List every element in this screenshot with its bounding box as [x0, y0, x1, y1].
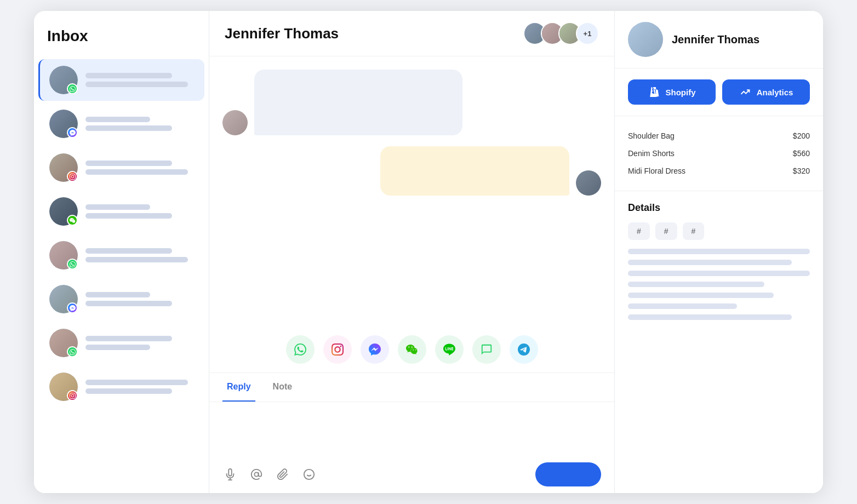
text-line — [85, 388, 172, 394]
text-line — [85, 248, 172, 254]
detail-tag-1[interactable]: # — [628, 222, 650, 240]
analytics-icon — [739, 86, 751, 98]
detail-section: Details # # # — [615, 191, 823, 331]
sender-avatar — [222, 110, 248, 135]
inbox-text-5 — [85, 248, 193, 262]
note-tab[interactable]: Note — [268, 373, 297, 402]
badge-messenger-2 — [67, 127, 78, 138]
app-container: Inbox — [34, 11, 823, 493]
text-line — [85, 82, 188, 87]
reply-tab[interactable]: Reply — [222, 373, 255, 402]
message-bubble-sent — [380, 146, 570, 196]
wechat-channel-btn[interactable] — [398, 335, 426, 364]
text-line — [85, 292, 150, 297]
instagram-channel-btn[interactable] — [323, 335, 352, 364]
svg-point-2 — [254, 472, 258, 476]
text-line — [85, 117, 150, 122]
telegram-channel-btn[interactable] — [510, 335, 538, 364]
sms-channel-btn[interactable] — [472, 335, 501, 364]
inbox-text-2 — [85, 117, 193, 131]
detail-contact-avatar — [628, 22, 663, 57]
inbox-item-6[interactable] — [38, 278, 204, 320]
text-line — [85, 380, 188, 385]
reply-tabs: Reply Note — [209, 373, 614, 402]
avatar-wrap-6 — [49, 285, 78, 313]
inbox-item-3[interactable] — [38, 147, 204, 188]
inbox-item-1[interactable] — [38, 59, 204, 101]
product-row-1: Shoulder Bag $200 — [628, 127, 810, 145]
product-price-2: $560 — [793, 149, 810, 158]
send-button[interactable] — [535, 462, 601, 486]
detail-line — [628, 293, 774, 298]
detail-tag-3[interactable]: # — [683, 222, 705, 240]
avatar-wrap-3 — [49, 153, 78, 182]
shopify-icon — [648, 86, 660, 98]
avatar-wrap-8 — [49, 373, 78, 401]
text-line — [85, 125, 172, 131]
inbox-text-1 — [85, 73, 193, 87]
inbox-list — [34, 58, 209, 409]
emoji-icon[interactable] — [301, 467, 317, 482]
text-line — [85, 169, 188, 175]
reply-textarea[interactable] — [222, 409, 601, 447]
inbox-text-8 — [85, 380, 193, 394]
chat-contact-name: Jennifer Thomas — [225, 25, 339, 42]
product-row-2: Denim Shorts $560 — [628, 145, 810, 162]
detail-contact-name: Jennifer Thomas — [672, 33, 759, 46]
badge-instagram-3 — [67, 171, 78, 182]
shopify-button[interactable]: Shopify — [628, 79, 716, 105]
text-line — [85, 257, 188, 262]
attachment-icon[interactable] — [275, 467, 290, 482]
messenger-channel-btn[interactable] — [361, 335, 389, 364]
inbox-item-7[interactable] — [38, 322, 204, 364]
text-line — [85, 345, 150, 350]
product-price-3: $320 — [793, 167, 810, 175]
inbox-item-5[interactable] — [38, 234, 204, 276]
badge-whatsapp-7 — [67, 346, 78, 357]
text-line — [85, 73, 172, 78]
reply-toolbar — [209, 456, 614, 493]
text-line — [85, 301, 172, 306]
analytics-button[interactable]: Analytics — [722, 79, 810, 105]
detail-tag-2[interactable]: # — [655, 222, 677, 240]
inbox-text-4 — [85, 204, 193, 219]
text-line — [85, 161, 172, 166]
product-name-3: Midi Floral Dress — [628, 167, 685, 175]
platform-icons-row — [209, 327, 614, 373]
detail-lines — [628, 249, 810, 320]
agent-avatar — [576, 170, 601, 196]
detail-line — [628, 260, 792, 265]
product-name-1: Shoulder Bag — [628, 131, 675, 140]
inbox-item-4[interactable] — [38, 191, 204, 232]
avatar-wrap-4 — [49, 197, 78, 226]
inbox-title: Inbox — [34, 27, 209, 58]
detail-header: Jennifer Thomas — [615, 11, 823, 68]
text-line — [85, 213, 172, 219]
detail-line — [628, 249, 810, 254]
inbox-text-6 — [85, 292, 193, 306]
chat-messages — [209, 56, 614, 327]
inbox-item-8[interactable] — [38, 366, 204, 408]
product-row-3: Midi Floral Dress $320 — [628, 162, 810, 180]
message-bubble-received — [254, 70, 462, 135]
detail-tags: # # # — [628, 222, 810, 240]
detail-buttons: Shopify Analytics — [615, 68, 823, 116]
message-received-1 — [222, 70, 601, 135]
avatar-count-badge: +1 — [576, 22, 599, 45]
microphone-icon[interactable] — [222, 467, 238, 482]
inbox-text-7 — [85, 336, 193, 350]
product-name-2: Denim Shorts — [628, 149, 675, 158]
mention-icon[interactable] — [249, 467, 264, 482]
details-section-title: Details — [628, 202, 810, 214]
badge-whatsapp-1 — [67, 83, 78, 94]
reply-input-area[interactable] — [209, 402, 614, 456]
analytics-label: Analytics — [757, 88, 793, 97]
inbox-panel: Inbox — [34, 11, 209, 493]
chat-panel: Jennifer Thomas +1 — [209, 11, 615, 493]
badge-messenger-6 — [67, 302, 78, 313]
inbox-item-2[interactable] — [38, 103, 204, 145]
product-price-1: $200 — [793, 131, 810, 140]
line-channel-btn[interactable] — [435, 335, 464, 364]
whatsapp-channel-btn[interactable] — [286, 335, 315, 364]
text-line — [85, 204, 150, 210]
